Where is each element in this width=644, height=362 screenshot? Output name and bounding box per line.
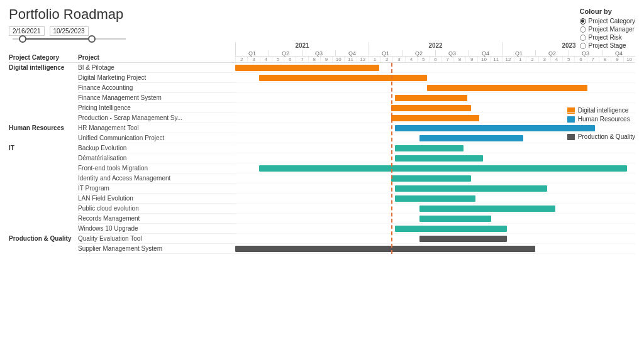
bar-identity bbox=[391, 175, 471, 182]
bar-bi bbox=[235, 65, 379, 71]
gantt-row-lan bbox=[235, 194, 635, 204]
main-container: Portfolio Roadmap 2/16/2021 10/25/2023 C… bbox=[0, 0, 644, 362]
project-supplier: Supplier Management System bbox=[78, 244, 235, 254]
gantt-row-finance-accounting bbox=[235, 83, 635, 93]
category-hr: Human Resources HR Management Tool Unifi… bbox=[9, 123, 235, 143]
project-frontend: Front-end tools Migration bbox=[78, 163, 235, 173]
project-finance-accounting: Finance Accounting bbox=[78, 83, 235, 93]
project-digital-marketing: Digital Marketing Project bbox=[78, 73, 235, 83]
gantt-row-comm bbox=[235, 133, 635, 143]
project-lan: LAN Field Evolution bbox=[78, 194, 235, 204]
bar-digital-marketing bbox=[259, 75, 427, 81]
project-backup: Backup Evolution bbox=[78, 143, 235, 153]
project-records: Records Management bbox=[78, 214, 235, 224]
bar-hr-tool bbox=[395, 125, 595, 131]
project-hr-tool: HR Management Tool bbox=[78, 123, 235, 133]
bar-quality bbox=[419, 236, 508, 242]
bar-finance-accounting bbox=[427, 85, 587, 91]
bar-cloud bbox=[419, 206, 555, 212]
gantt-row-pricing bbox=[235, 103, 635, 113]
content-area: Project Category Project Digital intelli… bbox=[9, 42, 635, 254]
radio-project-risk[interactable]: Project Risk bbox=[580, 34, 635, 41]
project-bi: BI & Pilotage bbox=[78, 63, 235, 73]
gantt-row-identity bbox=[235, 173, 635, 184]
project-windows: Windows 10 Upgrade bbox=[78, 224, 235, 234]
gantt-row-finance-mgmt bbox=[235, 93, 635, 103]
bar-windows bbox=[395, 226, 507, 232]
bar-backup bbox=[395, 145, 463, 151]
radio-project-manager[interactable]: Project Manager bbox=[580, 26, 635, 33]
bar-records bbox=[419, 216, 491, 222]
bar-finance-mgmt bbox=[395, 95, 467, 101]
gantt-row-digital-marketing bbox=[235, 73, 635, 83]
bar-pricing bbox=[391, 105, 471, 111]
category-header: Project Category bbox=[9, 54, 78, 61]
project-scrap: Production - Scrap Management Sy... bbox=[78, 113, 235, 123]
gantt-bars bbox=[235, 63, 635, 254]
today-line bbox=[391, 63, 392, 254]
gantt-row-records bbox=[235, 214, 635, 224]
quarter-row: Q1 Q2 Q3 Q4 Q1 Q2 Q3 Q4 Q1 Q2 Q3 Q4 bbox=[235, 50, 635, 57]
bar-scrap bbox=[391, 115, 479, 121]
gantt-row-bi bbox=[235, 63, 635, 73]
bar-demat bbox=[395, 155, 483, 162]
project-demat: Dématérialisation bbox=[78, 153, 235, 163]
start-date[interactable]: 2/16/2021 bbox=[9, 26, 45, 36]
colour-by-title: Colour by bbox=[580, 8, 635, 15]
project-finance-mgmt: Finance Management System bbox=[78, 93, 235, 103]
project-pricing: Pricing Intelligence bbox=[78, 103, 235, 113]
project-comm: Unified Communication Project bbox=[78, 133, 235, 143]
gantt-row-demat bbox=[235, 153, 635, 163]
category-digital: Digital intelligence BI & Pilotage Digit… bbox=[9, 63, 235, 123]
project-it-program: IT Program bbox=[78, 184, 235, 194]
gantt-row-quality bbox=[235, 234, 635, 244]
project-quality: Quality Evaluation Tool bbox=[78, 234, 235, 244]
gantt-area: 2021 2022 2023 Q1 Q2 Q3 Q4 Q1 Q2 Q3 Q4 Q… bbox=[235, 42, 635, 254]
month-row: 2 3 4 5 6 7 8 9 10 11 12 1 2 3 4 5 6 bbox=[235, 57, 635, 63]
gantt-row-hr-tool bbox=[235, 123, 635, 133]
gantt-row-frontend bbox=[235, 163, 635, 173]
project-header: Project bbox=[78, 54, 235, 61]
category-it: IT Backup Evolution Dématérialisation Fr… bbox=[9, 143, 235, 234]
bar-supplier bbox=[235, 246, 535, 252]
gantt-row-windows bbox=[235, 224, 635, 234]
date-slider[interactable] bbox=[9, 38, 160, 40]
gantt-row-scrap bbox=[235, 113, 635, 123]
category-pq: Production & Quality Quality Evaluation … bbox=[9, 234, 235, 254]
project-list: Digital intelligence BI & Pilotage Digit… bbox=[9, 63, 235, 254]
bar-frontend bbox=[259, 165, 627, 172]
gantt-row-cloud bbox=[235, 204, 635, 214]
bar-comm bbox=[419, 135, 523, 141]
year-row: 2021 2022 2023 bbox=[235, 42, 635, 50]
left-panel: Project Category Project Digital intelli… bbox=[9, 42, 235, 254]
bar-it-program bbox=[395, 185, 547, 192]
end-date[interactable]: 10/25/2023 bbox=[50, 26, 89, 36]
page-title: Portfolio Roadmap bbox=[9, 6, 635, 23]
gantt-row-it-program bbox=[235, 184, 635, 194]
gantt-row-backup bbox=[235, 143, 635, 153]
project-cloud: Public cloud evolution bbox=[78, 204, 235, 214]
gantt-row-supplier bbox=[235, 244, 635, 254]
project-identity: Identity and Access Management bbox=[78, 173, 235, 184]
bar-lan bbox=[395, 195, 475, 202]
radio-project-category[interactable]: Project Category bbox=[580, 18, 635, 25]
